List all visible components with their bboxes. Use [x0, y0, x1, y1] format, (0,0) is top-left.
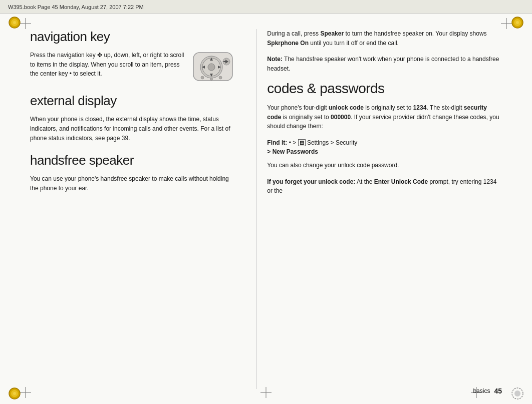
find-it-settings: Settings > Security: [306, 139, 358, 146]
handsfree-continuation: During a call, press Speaker to turn the…: [267, 29, 502, 48]
unlock-code-change-body: You can also change your unlock code pas…: [267, 161, 502, 170]
code2-bold: 000000: [331, 114, 351, 121]
codes-body: Your phone's four-digit unlock code is o…: [267, 103, 502, 131]
navigation-key-heading: navigation key: [30, 29, 236, 45]
external-display-body: When your phone is closed, the external …: [30, 115, 236, 143]
note-label: Note:: [267, 56, 283, 63]
top-right-sun: [511, 16, 524, 31]
external-display-heading: external display: [30, 93, 236, 109]
unlock-code-bold: unlock code: [329, 104, 364, 111]
top-bar-text: W395.book Page 45 Monday, August 27, 200…: [8, 4, 144, 10]
svg-point-19: [201, 76, 204, 79]
nav-key-italic: navigation key: [57, 52, 96, 59]
external-display-section: external display When your phone is clos…: [30, 93, 236, 143]
handsfree-note: Note: The handsfree speaker won't work w…: [267, 55, 502, 73]
code1-bold: 1234: [413, 104, 427, 111]
page: W395.book Page 45 Monday, August 27, 200…: [0, 0, 532, 404]
spkrphone-bold: Spkrphone On: [267, 40, 309, 47]
speaker-bold: Speaker: [320, 30, 344, 37]
svg-point-21: [219, 76, 222, 79]
new-passwords-label: New Passwords: [273, 148, 318, 155]
page-footer: basics 45: [473, 387, 502, 395]
top-bar: W395.book Page 45 Monday, August 27, 200…: [0, 0, 532, 14]
codes-passwords-section: codes & passwords Your phone's four-digi…: [267, 80, 502, 195]
right-column: During a call, press Speaker to turn the…: [262, 29, 502, 389]
svg-point-13: [208, 64, 215, 71]
menu-icon: ⊞: [298, 139, 306, 146]
bottom-right-dotted: [511, 387, 524, 402]
svg-point-32: [514, 390, 520, 396]
nav-key-text: Press the navigation key ✤ up, down, lef…: [30, 51, 185, 79]
svg-point-9: [13, 21, 16, 24]
nav-key-row: Press the navigation key ✤ up, down, lef…: [30, 51, 236, 83]
find-it-line: Find it: • > ⊞ Settings > Security > New…: [267, 138, 502, 157]
bottom-center-crosshair: [260, 387, 272, 400]
security-code-bold: security code: [267, 104, 487, 121]
svg-point-30: [13, 392, 16, 395]
column-divider: [256, 29, 257, 389]
handsfree-speaker-section: handsfree speaker You can use your phone…: [30, 153, 236, 193]
svg-point-20: [210, 78, 213, 81]
bottom-left-crosshair: [20, 387, 31, 400]
footer-label: basics: [473, 387, 490, 394]
forget-code-body: If you forget your unlock code: At the E…: [267, 177, 502, 196]
top-right-crosshair: [501, 18, 512, 31]
top-left-sun: [8, 16, 21, 31]
navigation-key-section: navigation key Press the navigation key …: [30, 29, 236, 83]
enter-unlock-bold: Enter Unlock Code: [374, 178, 428, 185]
forget-code-bold: If you forget your unlock code:: [267, 178, 355, 185]
codes-passwords-heading: codes & passwords: [267, 80, 502, 97]
bottom-left-sun: [8, 387, 21, 402]
phone-nav-illustration: [191, 51, 236, 83]
center-key-italic: center key: [40, 70, 68, 77]
svg-point-6: [516, 21, 519, 24]
top-left-crosshair: [20, 18, 31, 31]
find-it-content: • >: [289, 139, 298, 146]
page-content: navigation key Press the navigation key …: [0, 14, 532, 404]
handsfree-speaker-heading: handsfree speaker: [30, 153, 236, 168]
handsfree-speaker-body: You can use your phone's handsfree speak…: [30, 174, 236, 193]
find-it-label: Find it:: [267, 139, 287, 146]
page-number: 45: [494, 387, 502, 395]
left-column: navigation key Press the navigation key …: [30, 29, 251, 389]
